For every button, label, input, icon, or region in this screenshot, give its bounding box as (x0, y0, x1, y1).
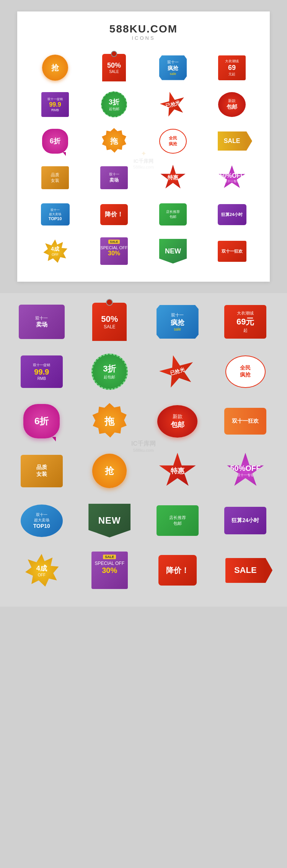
icon-price-down-item: 降价！ (88, 199, 140, 230)
icon-coat-price-item: 大衣潮绒 69 元起 (205, 52, 258, 83)
b-price-down-item: 降价！ (147, 549, 208, 591)
b-4off-icon: 4成 OFF (23, 552, 60, 589)
b-new-free-ship-icon: 新款 包邮 (157, 405, 197, 438)
grab-icon: 抢 (42, 55, 68, 81)
double11-top10-icon: 双十一 超大卖场 TOP10 (41, 203, 70, 226)
double11-promo-icon: 双十一促销 99.9 RMB (41, 92, 69, 117)
icon-50off-special-item: 50%OFF 双十一专场 (205, 162, 258, 193)
icon-sold-out-item: 已抢光 (147, 89, 199, 120)
new-free-ship-icon: 新款 包邮 (218, 92, 246, 117)
icon-double11-promo-item: 双十一促销 99.9 RMB (29, 89, 82, 120)
b-new-free-ship-item: 新款 包邮 (147, 400, 208, 442)
b-quality-women-icon: 品质 女装 (21, 455, 63, 487)
site-subtitle: ICONS (25, 35, 262, 41)
b-50sale-item: 50% SALE (80, 301, 140, 343)
b-6fold-item: 6折 (11, 400, 72, 442)
b-new-ribbon-icon: NEW (88, 504, 130, 537)
icon-double11-market-item: 双十一 卖场 (88, 162, 140, 193)
special-icon: 特惠 (160, 165, 186, 191)
b-special-off30-item: SALE SPECIAL OFF 30% (80, 549, 140, 591)
b-double11-promo-item: 双十一促销 99.9 RMB (11, 350, 72, 393)
b-double11-top10-item: 双十一 超大卖场 TOP10 (11, 500, 72, 542)
icon-tuo-item: 拖 (88, 126, 140, 156)
b-double11-promo-icon: 双十一促销 99.9 RMB (21, 355, 63, 388)
icon-4off-item: 4成 OFF (29, 236, 82, 266)
b-grab-circle-item: 抢 (80, 450, 140, 492)
icon-double11-crazy-item: 双十一狂欢 (205, 236, 258, 266)
icon-special-item: 特惠 (147, 162, 199, 193)
icon-new-ribbon-item: NEW (147, 236, 199, 266)
b-manager-rec-icon: 店长推荐 包邮 (157, 505, 199, 536)
b-sold-out-item: 已抢光 (147, 350, 208, 393)
price-down-icon: 降价！ (100, 204, 128, 225)
quality-women-icon: 品质 女装 (41, 166, 69, 189)
icon-grab-item: 抢 (29, 52, 82, 83)
icon-all-crazy-grab-item: 全民 疯抢 (147, 126, 199, 156)
icon-manager-rec-item: 店长推荐 包邮 (147, 199, 199, 230)
b-double11-top10-icon: 双十一 超大卖场 TOP10 (21, 505, 63, 537)
b-all-crazy-grab-item: 全民 疯抢 (215, 350, 276, 393)
b-double11-market-icon: 双十一 卖场 (19, 305, 65, 339)
b-quality-women-item: 品质 女装 (11, 450, 72, 492)
b-new-ribbon-item: NEW (80, 500, 140, 542)
b-double11-market-item: 双十一 卖场 (11, 301, 72, 343)
b-50off-special-icon: 50%OFF 双十一专场 (226, 453, 264, 489)
b-double11-grab-icon: 双十一 疯抢 sale (157, 305, 199, 339)
icon-new-free-ship-item: 新款 包邮 (205, 89, 258, 120)
6fold-icon: 6折 (42, 129, 68, 154)
icon-special-off30-item: SALE SPECIAL OFF 30% (88, 236, 140, 266)
b-tuo-icon: 拖 (91, 403, 128, 440)
50sale-icon: 50% SALE (102, 54, 126, 81)
new-ribbon-icon: NEW (159, 239, 187, 264)
b-sold-out-icon: 已抢光 (155, 350, 199, 393)
double11-market-icon: 双十一 卖场 (100, 166, 128, 189)
sale-flag-icon: SALE (218, 131, 246, 151)
4off-icon: 4成 OFF (42, 238, 68, 264)
b-double11-grab-item: 双十一 疯抢 sale (147, 301, 208, 343)
b-coat-price-item: 大衣潮绒 69元 起 (215, 301, 276, 343)
b-manager-rec-item: 店长推荐 包邮 (147, 500, 208, 542)
icon-crazy24-item: 狂算24小时 (205, 199, 258, 230)
icon-sale-flag-item: SALE (205, 126, 258, 156)
50off-special-icon: 50%OFF 双十一专场 (218, 165, 246, 190)
b-crazy24-icon: 狂算24小时 (224, 507, 266, 534)
b-tuo-item: 拖 (80, 400, 140, 442)
all-crazy-grab-icon: 全民 疯抢 (159, 129, 187, 154)
b-3fold-item: 3折 起包邮 (80, 350, 140, 393)
b-grab-circle-icon: 抢 (92, 454, 127, 488)
b-sale-flag-item: SALE (215, 549, 276, 591)
crazy24-icon: 狂算24小时 (218, 204, 246, 225)
b-6fold-icon: 6折 (23, 404, 60, 438)
tuo-icon: 拖 (101, 128, 127, 154)
icon-3fold-item: 3折 起包邮 (88, 89, 140, 120)
coat-price-icon: 大衣潮绒 69 元起 (218, 55, 246, 80)
b-special-star-item: 特惠 (147, 450, 208, 492)
double11-crazy-icon: 双十一狂欢 (218, 241, 246, 262)
b-special-off30-icon: SALE SPECIAL OFF 30% (91, 552, 128, 589)
icon-double11-top10-item: 双十一 超大卖场 TOP10 (29, 199, 82, 230)
b-50sale-icon: 50% SALE (92, 303, 127, 341)
sold-out-icon: 已抢光 (157, 88, 189, 120)
b-double11-crazy-item: 双十一狂欢 (215, 400, 276, 442)
icon-quality-women-item: 品质 女装 (29, 162, 82, 193)
b-all-crazy-grab-icon: 全民 疯抢 (225, 355, 266, 388)
b-special-star-icon: 特惠 (158, 453, 197, 489)
b-crazy24-item: 狂算24小时 (215, 500, 276, 542)
manager-rec-icon: 店长推荐 包邮 (159, 203, 187, 226)
icon-double11-grab-item: 双十一 疯抢 sale (147, 52, 199, 83)
b-price-down-icon: 降价！ (158, 555, 197, 586)
b-50off-special-item: 50%OFF 双十一专场 (215, 450, 276, 492)
double11-grab-icon: 双十一 疯抢 sale (159, 55, 187, 80)
bottom-grid: IC千库网 588ku.com 双十一 卖场 50% SALE 双十一 疯抢 s… (11, 301, 276, 591)
b-3fold-icon: 3折 起包邮 (91, 354, 128, 390)
b-double11-crazy-icon: 双十一狂欢 (224, 408, 266, 435)
b-coat-price-icon: 大衣潮绒 69元 起 (224, 305, 266, 339)
3fold-icon: 3折 起包邮 (101, 91, 127, 117)
site-title: 588KU.COM (25, 23, 262, 35)
icon-50sale-item: 50% SALE (88, 52, 140, 83)
icon-6fold-item: 6折 (29, 126, 82, 156)
b-4off-item: 4成 OFF (11, 549, 72, 591)
icons-grid: ✦ IC千库网 588ku.com 抢 50% SALE 双十一 疯抢 sale (25, 52, 262, 266)
b-sale-flag-icon: SALE (225, 558, 266, 583)
bottom-section: IC千库网 588ku.com 双十一 卖场 50% SALE 双十一 疯抢 s… (0, 293, 287, 607)
